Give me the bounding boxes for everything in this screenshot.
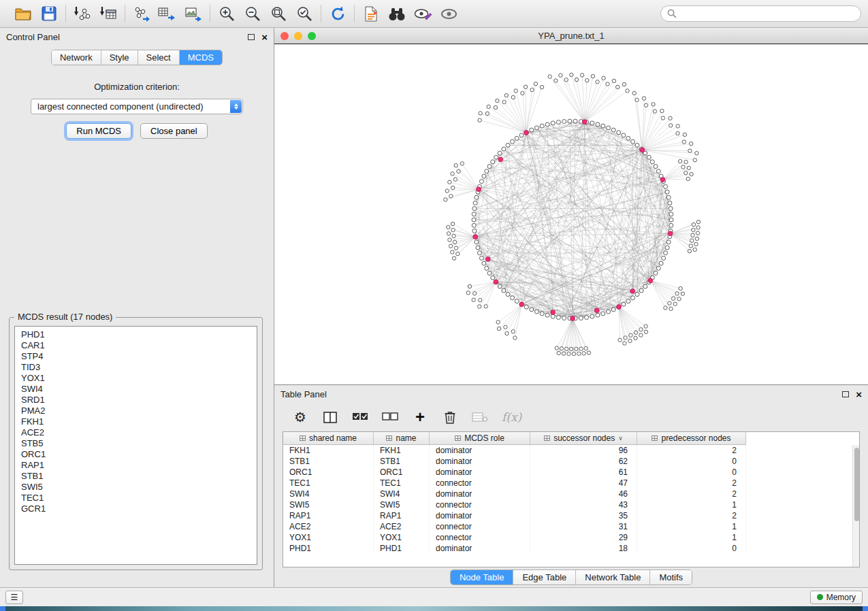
table-row[interactable]: RAP1RAP1dominator352 [283,510,859,521]
network-canvas[interactable] [274,44,868,384]
import-network-icon[interactable] [72,3,93,24]
save-session-icon[interactable] [39,3,59,24]
table-row[interactable]: ACE2ACE2connector311 [283,521,859,532]
tab-style[interactable]: Style [101,50,138,65]
export-document-icon[interactable] [361,3,381,24]
tab-motifs[interactable]: Motifs [650,570,692,584]
optimization-dropdown[interactable]: largest connected component (undirected) [31,99,243,114]
float-panel-icon[interactable] [248,34,255,40]
column-header-shared-name[interactable]: shared name [283,432,374,445]
deselect-all-columns-icon[interactable] [382,408,398,427]
column-header-MCDS-role[interactable]: MCDS role [430,432,530,445]
table-cell: 0 [637,456,746,467]
tab-mcds[interactable]: MCDS [180,50,222,65]
mcds-list-item[interactable]: PHD1 [15,329,257,340]
table-panel-title: Table Panel [280,389,327,399]
memory-button[interactable]: Memory [810,591,863,604]
search-box[interactable] [660,5,861,22]
network-view-window: YPA_prune.txt_1 [274,28,868,385]
function-builder-icon[interactable]: f(x) [502,408,521,427]
status-bar: ☰ Memory [0,587,868,606]
task-history-button[interactable]: ☰ [5,591,23,604]
table-cell: 2 [637,478,746,489]
table-cell: 35 [530,510,637,521]
table-body: FKH1FKH1dominator962STB1STB1dominator620… [283,445,859,554]
close-table-panel-icon[interactable]: × [856,389,862,399]
mcds-list-item[interactable]: STB5 [15,438,257,449]
table-row[interactable]: SWI4SWI4dominator462 [283,489,859,499]
column-header-successor-nodes[interactable]: successor nodes∨ [530,432,637,445]
tab-network-table[interactable]: Network Table [576,570,650,584]
mcds-list-item[interactable]: YOX1 [15,373,257,384]
close-panel-icon[interactable]: × [261,32,268,42]
table-cell: RAP1 [374,510,430,521]
mcds-list-item[interactable]: PMA2 [15,406,257,416]
table-row[interactable]: PHD1PHD1dominator180 [283,543,859,554]
zoom-selected-icon[interactable] [294,3,315,24]
tab-node-table[interactable]: Node Table [451,570,514,584]
float-table-panel-icon[interactable] [842,391,849,397]
control-panel: Control Panel × NetworkStyleSelectMCDS O… [0,28,274,587]
visual-style-eye-icon[interactable] [413,3,433,24]
eye-icon[interactable] [438,3,459,24]
table-cell: FKH1 [283,445,374,456]
find-binoculars-icon[interactable] [387,3,407,24]
network-from-table-icon[interactable] [157,3,178,24]
memory-label: Memory [826,593,856,602]
mcds-list-item[interactable]: ACE2 [15,427,257,438]
table-row[interactable]: SWI5SWI5connector431 [283,499,859,510]
close-panel-button[interactable]: Close panel [140,123,208,139]
mcds-list-item[interactable]: STB1 [15,471,257,482]
delete-table-icon-disabled[interactable] [472,408,488,427]
mcds-list-item[interactable]: SWI5 [15,482,257,493]
table-row[interactable]: YOX1YOX1connector291 [283,532,859,543]
select-all-columns-icon[interactable] [352,408,368,427]
run-mcds-button[interactable]: Run MCDS [66,123,131,139]
zoom-fit-icon[interactable] [268,3,289,24]
column-header-label: successor nodes [553,433,615,443]
zoom-out-icon[interactable] [242,3,263,24]
mcds-list-item[interactable]: SWI4 [15,384,257,395]
tab-edge-table[interactable]: Edge Table [513,570,576,584]
import-table-icon[interactable] [98,3,118,24]
scrollbar-thumb[interactable] [854,448,859,521]
mcds-list-item[interactable]: CAR1 [15,340,257,351]
table-cell: SWI4 [374,489,430,499]
minimize-window-icon[interactable] [294,32,302,40]
table-cell: 0 [637,543,746,554]
close-window-icon[interactable] [280,32,289,40]
table-vertical-scrollbar[interactable] [852,445,859,567]
show-columns-icon[interactable] [322,408,338,427]
mcds-list-item[interactable]: TID3 [15,362,257,373]
mcds-list-item[interactable]: GCR1 [15,503,257,514]
table-row[interactable]: TEC1TEC1connector472 [283,478,859,489]
refresh-icon[interactable] [327,3,348,24]
tab-network[interactable]: Network [52,50,101,65]
delete-column-icon[interactable] [442,408,458,427]
mcds-result-list[interactable]: PHD1CAR1STP4TID3YOX1SWI4SRD1PMA2FKH1ACE2… [14,326,257,565]
mcds-list-item[interactable]: SRD1 [15,395,257,406]
create-column-icon[interactable]: + [412,408,428,427]
table-cell: 29 [530,532,637,543]
table-cell: 2 [637,510,746,521]
search-input[interactable] [680,9,854,18]
table-cell: 46 [530,489,637,499]
column-header-predecessor-nodes[interactable]: predecessor nodes [637,432,746,445]
mcds-list-item[interactable]: ORC1 [15,449,257,460]
maximize-window-icon[interactable] [308,32,316,40]
table-row[interactable]: STB1STB1dominator620 [283,456,859,467]
mcds-list-item[interactable]: TEC1 [15,493,257,503]
table-row[interactable]: ORC1ORC1dominator610 [283,467,859,478]
export-image-icon[interactable] [183,3,204,24]
table-cell: 0 [637,467,746,478]
new-network-icon[interactable] [131,3,152,24]
table-settings-gear-icon[interactable]: ⚙ [292,408,308,427]
mcds-list-item[interactable]: STP4 [15,351,257,362]
table-row[interactable]: FKH1FKH1dominator962 [283,445,859,456]
tab-select[interactable]: Select [138,50,180,65]
zoom-in-icon[interactable] [216,3,237,24]
column-header-name[interactable]: name [374,432,430,445]
open-session-folder-icon[interactable] [13,3,33,24]
mcds-list-item[interactable]: FKH1 [15,416,257,427]
mcds-list-item[interactable]: RAP1 [15,460,257,471]
